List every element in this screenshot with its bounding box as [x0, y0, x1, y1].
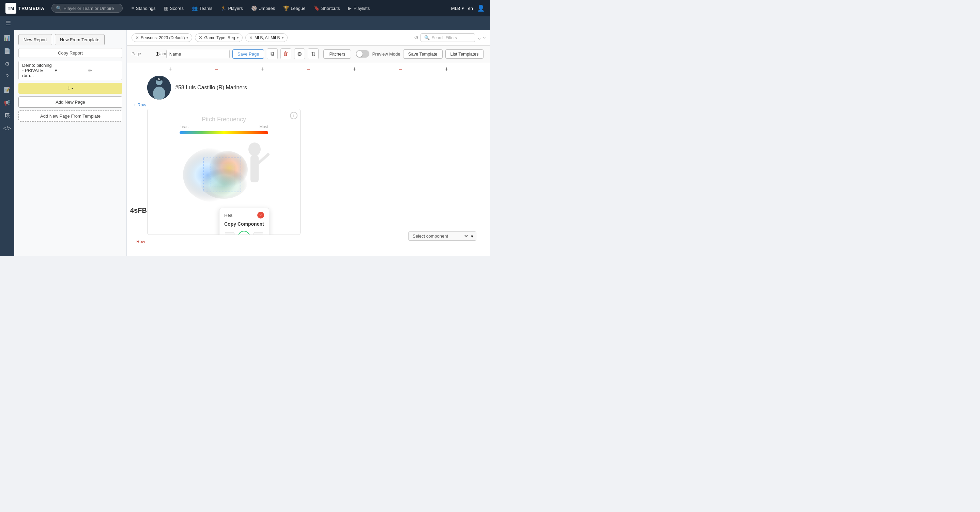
pitch-freq-title: Pitch Frequency	[202, 116, 246, 123]
main-layout: 📊 📄 ⚙ ? 📝 📢 🖼 </> New Report New From Te…	[0, 30, 490, 256]
filter-bar: ✕ Seasons: 2023 (Default) ▾ ✕ Game Type:…	[127, 30, 490, 46]
delete-page-button[interactable]: 🗑	[280, 48, 291, 59]
filter-gametype-label: Game Type: Reg	[204, 35, 235, 40]
new-report-button[interactable]: New Report	[18, 34, 52, 45]
copy-popup-copy-button[interactable]: ⧉	[238, 231, 250, 235]
filter-league-label: MLB, All MiLB	[255, 35, 280, 40]
preview-toggle-switch[interactable]	[356, 50, 369, 57]
filter-collapse-icon[interactable]: ›	[481, 37, 487, 38]
umpires-icon: ⚾	[251, 5, 257, 11]
filter-expand-icon[interactable]: ⌄	[477, 34, 482, 41]
copy-popup-sort-button[interactable]: ⇅	[253, 232, 263, 235]
league-selector[interactable]: MLB ▾	[451, 6, 464, 11]
chevron-down-icon: ▾	[55, 68, 86, 73]
filter-chip-seasons[interactable]: ✕ Seasons: 2023 (Default) ▾	[132, 33, 192, 42]
info-icon[interactable]: i	[290, 112, 298, 119]
search-input[interactable]	[64, 6, 118, 11]
logo[interactable]: TM TRUMEDIA	[5, 3, 45, 14]
filter-history-icon[interactable]: ↺	[414, 34, 418, 41]
save-page-button[interactable]: Save Page	[232, 49, 264, 59]
page-name-input[interactable]	[166, 50, 230, 58]
legend-color-bar	[180, 131, 268, 134]
sidebar-icon-notes[interactable]: 📝	[2, 85, 12, 95]
copy-popup-gear-button[interactable]: ⚙	[225, 232, 234, 235]
remove-col-1-icon[interactable]: −	[209, 66, 224, 73]
nav-item-standings[interactable]: ≡ Standings	[128, 3, 159, 13]
pitch-freq-legend: Least Most	[180, 124, 268, 129]
nav-item-scores[interactable]: ▦ Scores	[161, 3, 187, 13]
filter-gametype-chevron-icon[interactable]: ▾	[237, 35, 239, 40]
subheader: ☰	[0, 16, 490, 30]
filter-seasons-chevron-icon[interactable]: ▾	[186, 35, 188, 40]
user-icon[interactable]: 👤	[477, 5, 485, 12]
nav-item-teams[interactable]: 👥 Teams	[188, 3, 216, 13]
top-navigation: TM TRUMEDIA 🔍 ≡ Standings ▦ Scores 👥 Tea…	[0, 0, 490, 16]
league-icon: 🏆	[283, 5, 289, 11]
sort-button[interactable]: ⇅	[308, 48, 318, 59]
left-panel: New Report New From Template Copy Report…	[14, 30, 127, 256]
component-row: i Pitch Frequency Least Most	[127, 109, 490, 235]
menu-icon[interactable]: ☰	[5, 19, 11, 27]
nav-label-league: League	[291, 6, 305, 11]
add-col-right-2-icon[interactable]: +	[439, 66, 454, 73]
sidebar-icon-broadcast[interactable]: 📢	[2, 97, 12, 108]
player-name: #58 Luis Castillo (R) Mariners	[175, 85, 247, 91]
nav-item-players[interactable]: 🏃 Players	[217, 3, 246, 13]
copy-popup-close-button[interactable]: ✕	[257, 212, 264, 219]
global-search[interactable]: 🔍	[51, 4, 123, 13]
filter-chip-gametype[interactable]: ✕ Game Type: Reg ▾	[195, 33, 243, 42]
search-icon: 🔍	[56, 5, 62, 11]
new-from-template-button[interactable]: New From Template	[55, 34, 105, 45]
copy-component-title: Copy Component	[224, 221, 264, 226]
pitchers-button[interactable]: Pitchers	[323, 49, 351, 59]
nav-item-shortcuts[interactable]: 🔖 Shortcuts	[310, 3, 344, 13]
top-plus-minus-row: + − + − + − +	[127, 66, 490, 73]
nav-item-umpires[interactable]: ⚾ Umpires	[248, 3, 278, 13]
sidebar-icon-code[interactable]: </>	[2, 123, 12, 134]
add-new-page-from-template-button[interactable]: Add New Page From Template	[18, 110, 123, 122]
top-buttons: New Report New From Template	[18, 34, 123, 45]
svg-rect-12	[250, 155, 259, 182]
copy-page-button[interactable]: ⧉	[267, 48, 278, 59]
nav-label-scores: Scores	[170, 6, 184, 11]
search-filters-input[interactable]: 🔍 Search Filters	[420, 33, 475, 42]
main-content: ✕ Seasons: 2023 (Default) ▾ ✕ Game Type:…	[127, 30, 490, 256]
legend-least: Least	[180, 124, 189, 129]
add-col-left-1-icon[interactable]: +	[163, 66, 178, 73]
sidebar-icon-settings[interactable]: ⚙	[2, 59, 12, 69]
lang-selector[interactable]: en	[468, 6, 473, 11]
sidebar-icon-help[interactable]: ?	[2, 72, 12, 82]
sort-icon: ⇅	[311, 51, 315, 57]
filter-chip-league[interactable]: ✕ MLB, All MiLB ▾	[245, 33, 288, 42]
add-row-label[interactable]: + Row	[127, 101, 490, 109]
copy-popup-header: Hea ✕	[224, 212, 264, 219]
settings-button[interactable]: ⚙	[294, 48, 305, 59]
page-row-1[interactable]: 1 -	[18, 83, 123, 94]
filter-remove-league-icon[interactable]: ✕	[249, 35, 253, 40]
report-selector[interactable]: Demo: pitching - PRIVATE (bra... ▾ ✏	[18, 61, 123, 80]
list-templates-button[interactable]: List Templates	[445, 49, 484, 59]
sidebar-icon-pages[interactable]: 📄	[2, 46, 12, 56]
filter-remove-gametype-icon[interactable]: ✕	[199, 35, 202, 40]
nav-item-league[interactable]: 🏆 League	[280, 3, 309, 13]
copy-component-popup: Hea ✕ Copy Component ⚙ ⧉ ⇅	[219, 208, 269, 235]
remove-col-3-icon[interactable]: −	[393, 66, 408, 73]
add-new-page-button[interactable]: Add New Page	[18, 96, 123, 108]
remove-col-2-icon[interactable]: −	[301, 66, 316, 73]
heatmap-container	[176, 137, 272, 212]
sidebar-icon-reports[interactable]: 📊	[2, 33, 12, 43]
edit-icon[interactable]: ✏	[88, 68, 119, 73]
filter-league-chevron-icon[interactable]: ▾	[282, 35, 284, 40]
select-component-dropdown[interactable]: Select component	[411, 233, 469, 239]
players-icon: 🏃	[221, 5, 226, 11]
copy-report-button[interactable]: Copy Report	[18, 48, 123, 58]
sidebar-icon-images[interactable]: 🖼	[2, 110, 12, 121]
nav-item-playlists[interactable]: ▶ Playlists	[345, 3, 373, 13]
player-header: S #58 Luis Castillo (R) Mariners	[127, 73, 490, 101]
save-template-button[interactable]: Save Template	[403, 49, 442, 59]
filter-remove-seasons-icon[interactable]: ✕	[135, 35, 139, 40]
page-column-header: Page	[132, 51, 141, 56]
add-col-center-icon[interactable]: +	[255, 66, 270, 73]
add-col-right-1-icon[interactable]: +	[347, 66, 362, 73]
player-avatar-svg: S	[147, 76, 171, 99]
